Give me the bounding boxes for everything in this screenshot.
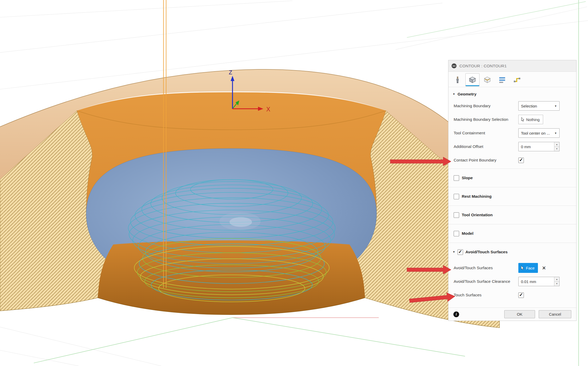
machining-boundary-selection-button[interactable]: Nothing — [518, 115, 543, 124]
avoid-touch-clearance-input[interactable]: 0.01 mm ▲ ▼ — [518, 277, 560, 286]
collapse-dialog-icon[interactable] — [452, 63, 457, 68]
touch-surfaces-label: Touch Surfaces — [454, 293, 482, 297]
section-collapse-icon: ▼ — [453, 93, 455, 95]
avoid-touch-clearance-value: 0.01 mm — [519, 277, 554, 286]
cancel-button[interactable]: Cancel — [539, 310, 571, 318]
tool-orientation-checkbox[interactable] — [454, 212, 459, 218]
tool-containment-label: Tool Containment — [454, 131, 485, 135]
tab-linking[interactable] — [510, 73, 524, 86]
tool-icon — [454, 76, 461, 84]
additional-offset-input[interactable]: 0 mm ▲ ▼ — [518, 142, 560, 151]
avoid-touch-section-header[interactable]: ▼ ✓ Avoid/Touch Surfaces — [448, 243, 576, 261]
tool-containment-value: Tool center on ... — [521, 131, 550, 135]
additional-offset-row: Additional Offset 0 mm ▲ ▼ — [448, 140, 576, 153]
rest-machining-section-row: Rest Machining — [448, 187, 576, 206]
additional-offset-label: Additional Offset — [454, 144, 483, 149]
tab-passes[interactable] — [480, 73, 494, 86]
machining-boundary-row: Machining Boundary Selection ▼ — [448, 99, 576, 113]
ground-origin-axes — [34, 318, 465, 363]
dialog-titlebar[interactable]: CONTOUR : CONTOUR1 — [448, 60, 576, 72]
model-checkbox[interactable] — [454, 231, 459, 236]
section-collapse-icon: ▼ — [453, 251, 455, 253]
machining-boundary-label: Machining Boundary — [454, 104, 490, 108]
spin-up-button[interactable]: ▲ — [554, 142, 559, 147]
avoid-touch-surfaces-value: Face — [526, 266, 535, 270]
tool-orientation-section-row: Tool Orientation — [448, 206, 576, 224]
info-icon[interactable]: i — [453, 311, 459, 317]
slope-checkbox[interactable] — [454, 175, 459, 181]
chevron-down-icon: ▼ — [554, 105, 557, 107]
sphere-highlight-core — [230, 217, 252, 227]
cursor-icon — [521, 117, 524, 122]
chevron-down-icon: ▼ — [554, 132, 557, 135]
tab-geometry[interactable] — [465, 73, 479, 86]
model-section-row: Model — [448, 224, 576, 243]
avoid-touch-clearance-row: Avoid/Touch Surface Clearance 0.01 mm ▲ … — [448, 275, 576, 288]
geometry-section-header[interactable]: ▼ Geometry — [448, 87, 576, 99]
clear-selection-icon[interactable]: ✕ — [542, 266, 546, 271]
avoid-touch-section-title: Avoid/Touch Surfaces — [465, 250, 508, 254]
dialog-footer: i OK Cancel — [448, 308, 576, 321]
geometry-cube-icon — [469, 76, 476, 84]
linking-icon — [513, 76, 521, 84]
fusion-cam-screen: { "viewport": { "axis_labels": { "x": "X… — [0, 0, 588, 366]
avoid-touch-surfaces-selection-button[interactable]: Face — [518, 263, 538, 273]
touch-surfaces-row: Touch Surfaces ✓ — [448, 288, 576, 302]
tab-tool[interactable] — [451, 73, 465, 86]
avoid-touch-clearance-label: Avoid/Touch Surface Clearance — [454, 279, 510, 284]
dialog-tab-bar — [448, 72, 576, 87]
heights-icon — [498, 76, 506, 84]
tool-containment-select[interactable]: Tool center on ... ▼ — [518, 128, 560, 138]
x-axis-label: X — [266, 106, 270, 113]
machining-boundary-selection-row: Machining Boundary Selection Nothing — [448, 113, 576, 126]
cursor-icon — [520, 266, 524, 270]
geometry-section-title: Geometry — [458, 92, 476, 97]
check-icon: ✓ — [458, 249, 462, 254]
avoid-touch-surfaces-label: Avoid/Touch Surfaces — [454, 266, 493, 270]
touch-surfaces-checkbox[interactable]: ✓ — [518, 292, 524, 298]
passes-cube-icon — [483, 76, 491, 84]
contour-dialog: CONTOUR : CONTOUR1 — [448, 60, 577, 321]
machining-boundary-select[interactable]: Selection ▼ — [518, 101, 560, 111]
spin-down-button[interactable]: ▼ — [554, 281, 559, 286]
z-axis-label: Z — [229, 69, 232, 76]
check-icon: ✓ — [519, 158, 523, 162]
additional-offset-value: 0 mm — [519, 142, 554, 151]
slope-section-row: Slope — [448, 169, 576, 187]
rest-machining-label: Rest Machining — [462, 194, 492, 199]
spin-up-button[interactable]: ▲ — [554, 277, 559, 281]
dialog-title: CONTOUR : CONTOUR1 — [459, 64, 507, 68]
slope-label: Slope — [462, 176, 473, 180]
model-label: Model — [462, 231, 473, 236]
machining-boundary-value: Selection — [521, 104, 537, 108]
machined-part-model — [0, 69, 500, 328]
machining-boundary-selection-label: Machining Boundary Selection — [454, 117, 508, 122]
tab-heights[interactable] — [495, 73, 509, 86]
avoid-touch-surfaces-row: Avoid/Touch Surfaces Face ✕ — [448, 261, 576, 275]
contact-point-boundary-checkbox[interactable]: ✓ — [518, 158, 524, 163]
contact-point-boundary-label: Contact Point Boundary — [454, 158, 496, 163]
ok-button[interactable]: OK — [504, 310, 535, 318]
tool-orientation-label: Tool Orientation — [462, 213, 493, 217]
tool-containment-row: Tool Containment Tool center on ... ▼ — [448, 126, 576, 140]
contact-point-boundary-row: Contact Point Boundary ✓ — [448, 153, 576, 167]
spin-down-button[interactable]: ▼ — [554, 147, 559, 151]
check-icon: ✓ — [519, 292, 523, 297]
rest-machining-checkbox[interactable] — [454, 194, 459, 199]
machining-boundary-selection-value: Nothing — [526, 117, 540, 122]
avoid-touch-checkbox[interactable]: ✓ — [458, 249, 463, 255]
